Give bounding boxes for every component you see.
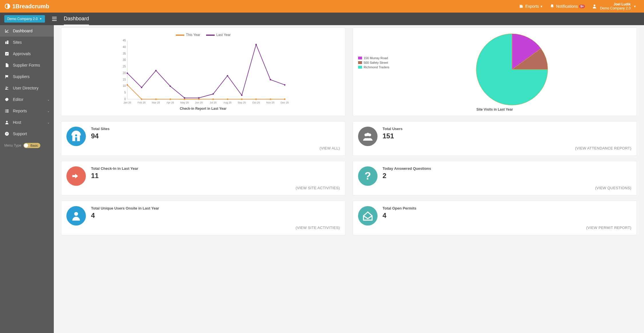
line-chart-legend: This YearLast Year <box>66 33 340 37</box>
brand-logo: 1Breadcrumb <box>4 3 49 10</box>
svg-point-11 <box>7 87 8 88</box>
svg-point-57 <box>284 99 285 100</box>
svg-rect-70 <box>75 137 77 141</box>
svg-text:0: 0 <box>124 97 126 101</box>
page-title: Dashboard <box>64 16 89 25</box>
stat-link[interactable]: (VIEW QUESTIONS) <box>358 186 632 190</box>
sidebar-item-approvals[interactable]: Approvals <box>0 48 54 59</box>
sidebar-item-dashboard[interactable]: Dashboard <box>0 25 54 37</box>
svg-rect-14 <box>6 109 9 110</box>
chart-line-icon <box>4 29 9 33</box>
chevron-down-icon: ⌄ <box>47 109 50 113</box>
list-icon <box>4 109 9 113</box>
svg-point-52 <box>212 99 214 100</box>
svg-point-78 <box>74 212 78 216</box>
svg-text:?: ? <box>6 132 8 135</box>
menu-type-toggle[interactable]: Menu Type Basic <box>0 139 54 151</box>
sidebar-item-support[interactable]: ? Support <box>0 128 54 139</box>
svg-rect-3 <box>52 19 57 19</box>
svg-rect-13 <box>5 109 6 110</box>
svg-text:35: 35 <box>123 52 126 55</box>
svg-text:Nov 25: Nov 25 <box>266 101 274 104</box>
svg-rect-15 <box>5 111 6 111</box>
sidebar-item-label: Reports <box>13 109 27 113</box>
flag-icon <box>4 74 9 79</box>
legend-item: 156 Murray Road <box>358 56 390 60</box>
svg-rect-16 <box>6 111 9 111</box>
sidebar-item-sites[interactable]: Sites <box>0 37 54 48</box>
user-company: Demo Company 2.0 <box>600 6 631 10</box>
svg-point-56 <box>270 99 271 100</box>
stat-link[interactable]: (VIEW ALL) <box>66 146 340 150</box>
stat-link[interactable]: (VIEW SITE ACTIVITIES) <box>66 186 340 190</box>
notifications-badge: 9+ <box>579 5 585 8</box>
login-icon <box>66 166 86 186</box>
sub-header: Demo Company 2.0 ▼ Dashboard <box>0 13 644 25</box>
svg-point-63 <box>198 97 199 99</box>
svg-text:Oct 25: Oct 25 <box>252 101 260 104</box>
svg-text:15: 15 <box>123 78 126 81</box>
stat-value: 4 <box>383 212 416 220</box>
sidebar-item-label: Suppliers <box>13 74 29 79</box>
sidebar-item-reports[interactable]: Reports ⌄ <box>0 105 54 117</box>
svg-point-61 <box>169 85 171 87</box>
user-menu[interactable]: Joel Ludik Demo Company 2.0 ▼ <box>588 2 640 11</box>
svg-text:20: 20 <box>123 71 126 75</box>
caret-down-icon: ▼ <box>633 5 636 8</box>
svg-rect-17 <box>5 112 6 112</box>
toggle-switch[interactable]: Basic <box>23 143 40 148</box>
legend-item: This Year <box>176 33 200 37</box>
user-icon <box>592 4 597 9</box>
svg-text:10: 10 <box>123 84 126 87</box>
file-icon <box>4 63 9 67</box>
caret-down-icon: ▼ <box>39 17 42 20</box>
exports-menu[interactable]: Exports ▼ <box>515 4 546 9</box>
svg-point-50 <box>184 99 185 100</box>
stat-card-total-open-permits: Total Open Permits 4 (VIEW PERMIT REPORT… <box>353 201 637 235</box>
sidebar-item-editor[interactable]: Editor ⌄ <box>0 94 54 105</box>
pie-chart-legend: 156 Murray Road500 Safety StreetRichmond… <box>358 56 390 70</box>
sidebar-item-label: Supplier Forms <box>13 63 40 67</box>
svg-point-64 <box>212 93 214 95</box>
svg-text:45: 45 <box>123 39 126 42</box>
svg-text:5: 5 <box>124 91 126 94</box>
caret-down-icon: ▼ <box>540 5 543 8</box>
main-content: This YearLast Year 051015202530354045Jan… <box>54 25 644 333</box>
svg-point-58 <box>127 72 128 74</box>
stat-label: Today Answered Questions <box>383 166 431 171</box>
svg-text:May 25: May 25 <box>180 101 189 104</box>
building-icon <box>4 40 9 45</box>
svg-point-1 <box>594 5 595 6</box>
pie-chart-card: 156 Murray Road500 Safety StreetRichmond… <box>353 27 637 116</box>
stat-label: Total Open Permits <box>383 206 416 210</box>
svg-point-69 <box>284 84 285 85</box>
sidebar-item-host[interactable]: Host ⌄ <box>0 117 54 128</box>
sidebar-item-supplier-forms[interactable]: Supplier Forms <box>0 59 54 71</box>
stat-card-total-sites: Total Sites 94 (VIEW ALL) <box>61 121 345 156</box>
svg-rect-9 <box>5 52 9 55</box>
svg-text:40: 40 <box>123 45 126 49</box>
svg-text:Sep 25: Sep 25 <box>238 101 246 104</box>
sidebar-toggle[interactable] <box>52 17 57 21</box>
envelope-icon <box>358 206 378 226</box>
line-chart-title: Check-in Report in Last Year <box>66 107 340 111</box>
notifications-menu[interactable]: Notifications 9+ <box>546 4 589 9</box>
sidebar-item-label: Editor <box>13 97 23 102</box>
svg-rect-2 <box>52 17 57 17</box>
stat-link[interactable]: (VIEW SITE ACTIVITIES) <box>66 226 340 230</box>
company-dropdown[interactable]: Demo Company 2.0 ▼ <box>4 15 45 23</box>
svg-text:Feb 25: Feb 25 <box>138 101 146 104</box>
svg-text:Aug 25: Aug 25 <box>223 101 232 104</box>
sidebar-item-label: Sites <box>13 40 22 45</box>
stat-value: 4 <box>91 212 159 220</box>
stat-link[interactable]: (VIEW PERMIT REPORT) <box>358 226 632 230</box>
svg-point-47 <box>141 99 142 100</box>
svg-point-49 <box>169 99 171 100</box>
svg-text:Jul 25: Jul 25 <box>210 101 217 104</box>
sidebar-item-suppliers[interactable]: Suppliers <box>0 71 54 82</box>
stat-link[interactable]: (VIEW ATTENDANCE REPORT) <box>358 146 632 150</box>
sidebar-item-user-directory[interactable]: User Directory <box>0 82 54 94</box>
stat-card-total-unique-users-onsite-in-last-year: Total Unique Users Onsite in Last Year 4… <box>61 201 345 235</box>
svg-text:30: 30 <box>123 58 126 61</box>
svg-text:25: 25 <box>123 65 126 68</box>
